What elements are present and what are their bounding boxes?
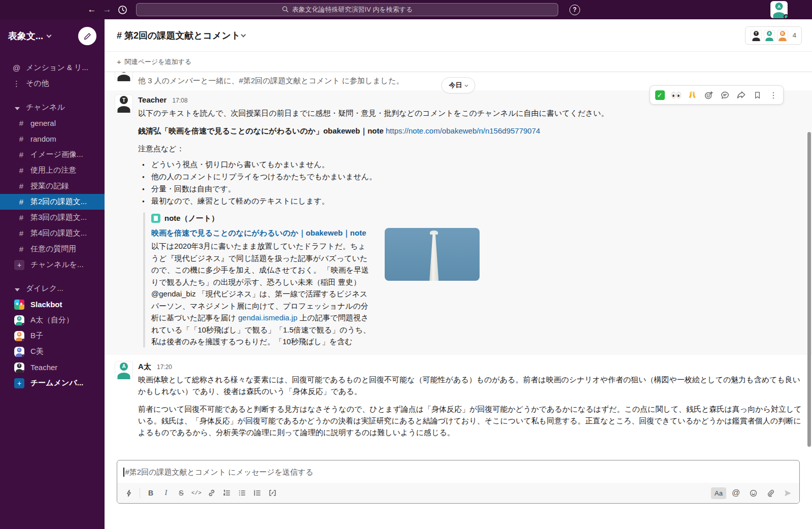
hash-icon: # — [17, 166, 25, 175]
sidebar-item-more[interactable]: ⋮ その他 — [0, 76, 105, 91]
message-text: 以下のテキストを読んで、次回授業日の前日までに感想・疑問・意見・批判などのコメン… — [138, 107, 802, 119]
date-pill[interactable]: 今日 — [442, 77, 476, 93]
avatar: T — [115, 72, 133, 81]
inline-link[interactable]: gendai.ismedia.jp — [238, 313, 297, 322]
hide-formatting-button[interactable]: Aa — [711, 487, 726, 499]
message-timestamp[interactable]: 17:20 — [157, 363, 172, 371]
send-message-icon[interactable] — [780, 485, 795, 501]
add-reaction-icon[interactable] — [701, 87, 716, 103]
bookmark-icon[interactable] — [750, 87, 765, 103]
message-author[interactable]: A太 — [138, 362, 151, 371]
sidebar-item-session3[interactable]: # 第3回の課題文... — [0, 210, 105, 225]
article-citation: 銭清弘「映画を倍速で見ることのなにがわるいのか」obakeweb｜note — [138, 126, 386, 135]
message-timestamp[interactable]: 17:05 — [173, 72, 188, 73]
sidebar-item-bko[interactable]: B B子 — [0, 328, 105, 344]
mention-icon[interactable]: @ — [728, 485, 743, 501]
divider — [140, 488, 140, 498]
list-item: 他の人のコメントにリプライをつけるかたちでもかまいません。 — [138, 171, 802, 183]
blockquote-icon[interactable] — [250, 485, 265, 501]
code-block-icon[interactable] — [265, 485, 280, 501]
avatar: A — [14, 315, 24, 325]
code-icon[interactable]: </> — [189, 485, 204, 501]
search-input[interactable]: 表象文化論特殊研究演習IV 内を検索する — [136, 3, 558, 16]
sidebar-item-session4[interactable]: # 第4回の課題文... — [0, 225, 105, 241]
link-icon[interactable] — [204, 485, 219, 501]
link-preview-card: note（ノート） 映画を倍速で見ることのなにがわるいのか｜obakeweb｜n… — [143, 212, 802, 348]
member-avatar: T — [751, 30, 762, 41]
history-back-button[interactable]: ← — [84, 5, 99, 15]
more-actions-icon[interactable]: ⋮ — [766, 87, 781, 103]
reaction-white-check-mark-icon[interactable]: ✓ — [652, 87, 667, 103]
sidebar-item-questions[interactable]: # 任意の質問用 — [0, 241, 105, 257]
member-avatar: A — [764, 30, 775, 41]
sidebar-item-ata-self[interactable]: A A太（自分） — [0, 312, 105, 328]
preview-description: 以下は2020年3月に書いたまま放置していたドラフトだ。ちょうど『現代ビジネス』… — [151, 240, 371, 348]
avatar[interactable]: T — [115, 94, 133, 113]
bookmarks-bar: + 関連ページを追加する — [105, 52, 812, 72]
text-cursor — [123, 468, 124, 477]
channel-title[interactable]: # 第2回の課題文献とコメント — [117, 29, 241, 42]
presence-offline-icon — [22, 370, 24, 373]
hash-icon: # — [17, 182, 25, 190]
help-icon[interactable]: ? — [569, 5, 580, 15]
attach-file-icon[interactable] — [763, 485, 778, 501]
message-text: 注意点など： — [138, 143, 802, 154]
list-item: 最初なので、練習として軽めのテキストにします。 — [138, 195, 802, 207]
message-author[interactable]: Teacher — [138, 72, 166, 73]
dms-section-header[interactable]: ダイレク... — [0, 281, 105, 296]
plus-icon: + — [14, 378, 24, 388]
reaction-raised-hands-icon[interactable] — [685, 87, 700, 103]
ordered-list-icon[interactable] — [219, 485, 234, 501]
strikethrough-icon[interactable]: S — [174, 485, 189, 501]
reaction-eyes-icon[interactable] — [668, 87, 684, 103]
caret-down-icon — [12, 103, 21, 112]
channel-chevron-down-icon — [241, 32, 246, 37]
sidebar-item-general[interactable]: # general — [0, 115, 105, 131]
message-composer: #第2回の課題文献とコメント にメッセージを送信する B I S </> — [117, 460, 800, 504]
slackbot-icon — [14, 300, 24, 310]
message-input[interactable]: #第2回の課題文献とコメント にメッセージを送信する — [117, 460, 799, 483]
share-message-icon[interactable] — [733, 87, 749, 103]
list-item: どういう視点・切り口から書いてもかまいません。 — [138, 158, 802, 171]
history-clock-icon[interactable] — [115, 5, 130, 15]
bulleted-list-icon[interactable] — [234, 485, 250, 501]
list-item: 分量・回数は自由です。 — [138, 183, 802, 195]
invite-members-button[interactable]: + チームメンバ... — [0, 375, 105, 391]
sidebar-item-image[interactable]: # イメージ画像... — [0, 147, 105, 162]
italic-icon[interactable]: I — [158, 485, 174, 501]
reply-thread-icon[interactable] — [717, 87, 732, 103]
emoji-picker-icon[interactable] — [746, 485, 761, 501]
sidebar-item-mentions[interactable]: @ メンション & リ... — [0, 60, 105, 76]
sidebar-item-random[interactable]: # random — [0, 131, 105, 147]
site-name: note（ノート） — [164, 212, 219, 224]
channel-members-button[interactable]: T A B 4 — [745, 26, 802, 45]
avatar: C — [14, 347, 24, 357]
add-related-page-button[interactable]: 関連ページを追加する — [125, 57, 192, 67]
ata-message: A A太 17:20 映画体験として総称される様々な要素には、回復可能であるもの… — [105, 355, 812, 442]
search-icon — [282, 6, 289, 14]
sidebar-item-session2-selected[interactable]: # 第2回の課題文... — [0, 194, 105, 210]
bold-icon[interactable]: B — [143, 485, 158, 501]
preview-title-link[interactable]: 映画を倍速で見ることのなにがわるいのか｜obakeweb｜note — [151, 227, 371, 239]
add-channel-button[interactable]: + チャンネルを... — [0, 257, 105, 273]
user-avatar[interactable]: A — [770, 1, 788, 18]
message-author[interactable]: Teacher — [138, 95, 166, 104]
new-message-button[interactable] — [78, 27, 96, 45]
scrollbar[interactable] — [807, 132, 811, 447]
avatar[interactable]: A — [115, 361, 133, 379]
top-bar: ← → 表象文化論特殊研究演習IV 内を検索する ? A — [0, 0, 812, 19]
shortcuts-bolt-icon[interactable] — [121, 485, 137, 501]
channels-section-header[interactable]: チャンネル — [0, 100, 105, 115]
sidebar-item-class-records[interactable]: # 授業の記録 — [0, 178, 105, 194]
sidebar-item-slackbot[interactable]: Slackbot — [0, 296, 105, 312]
workspace-name[interactable]: 表象文... — [8, 30, 43, 42]
presence-offline-icon — [22, 339, 24, 341]
sidebar-item-usage-notes[interactable]: # 使用上の注意 — [0, 162, 105, 178]
sidebar-item-cmi[interactable]: C C美 — [0, 344, 105, 359]
plus-icon: + — [14, 260, 24, 270]
preview-thumbnail-image[interactable] — [385, 228, 480, 281]
history-forward-button[interactable]: → — [99, 5, 115, 15]
article-url-link[interactable]: https://note.com/obakeweb/n/n156d9577907… — [386, 126, 540, 135]
message-timestamp[interactable]: 17:08 — [173, 97, 188, 104]
sidebar-item-teacher[interactable]: T Teacher — [0, 359, 105, 375]
